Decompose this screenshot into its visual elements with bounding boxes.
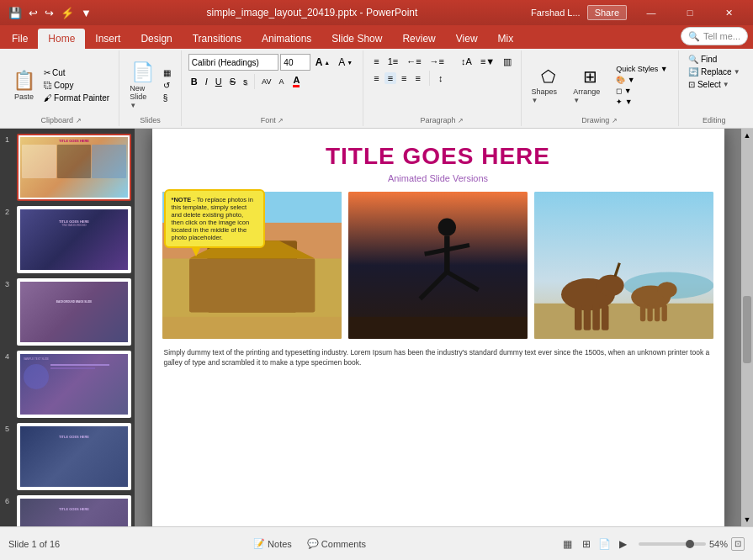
slide-image-2[interactable]	[348, 192, 528, 339]
font-name-field[interactable]: Calibri (Headings)	[188, 54, 279, 71]
slide-image-3[interactable]	[534, 192, 713, 339]
tab-design[interactable]: Design	[130, 29, 182, 49]
undo-button[interactable]: ↩	[27, 6, 40, 20]
shapes-button[interactable]: ⬠ Shapes ▼	[528, 65, 569, 106]
tell-me-input[interactable]: 🔍 Tell me...	[681, 27, 748, 45]
save-button[interactable]: 💾	[7, 6, 24, 20]
status-left: Slide 1 of 16	[8, 539, 60, 549]
new-slide-button[interactable]: 📄 NewSlide ▼	[126, 60, 158, 111]
thumb-img-1a	[22, 145, 56, 178]
slide-thumb-4[interactable]: SAMPLE TEXT SLIDE	[17, 351, 131, 418]
shape-fill-button[interactable]: 🎨 ▼	[612, 75, 638, 85]
align-text-button[interactable]: ≡▼	[477, 55, 498, 67]
share-button[interactable]: Share	[587, 5, 627, 20]
font-color-button[interactable]: A	[289, 75, 304, 88]
svg-rect-7	[348, 192, 528, 339]
font-size-field[interactable]: 40	[280, 54, 310, 71]
decrease-indent-button[interactable]: ←≡	[403, 55, 424, 67]
paste-button[interactable]: 📋 Paste	[9, 68, 39, 103]
layout-button[interactable]: ▦	[160, 67, 174, 78]
scroll-down-arrow[interactable]: ▼	[741, 513, 753, 526]
tell-me-label: Tell me...	[703, 31, 740, 41]
tab-insert[interactable]: Insert	[85, 29, 130, 49]
quick-access-toolbar: 💾 ↩ ↪ ⚡ ▼	[7, 6, 93, 20]
slide-subtitle[interactable]: Animated Slide Versions	[152, 173, 724, 183]
bullets-button[interactable]: ≡	[370, 55, 382, 67]
slide-panel-item-2: ★ 2 TITLE GOES HERE TWO BACKGROUND	[17, 206, 131, 273]
scroll-up-arrow[interactable]: ▲	[741, 129, 753, 142]
comments-icon: 💬	[307, 538, 319, 549]
bold-button[interactable]: B	[188, 76, 200, 87]
qat-dropdown-button[interactable]: ▼	[79, 6, 93, 20]
strikethrough-button[interactable]: S	[227, 76, 238, 87]
minimize-button[interactable]: —	[634, 4, 669, 21]
slide-title[interactable]: TITLE GOES HERE	[152, 129, 724, 173]
columns-button[interactable]: ▥	[500, 55, 515, 68]
tab-transitions[interactable]: Transitions	[183, 29, 252, 49]
increase-indent-button[interactable]: →≡	[427, 55, 448, 67]
slide-thumb-5[interactable]: TITLE GOES HERE	[17, 423, 131, 490]
cut-button[interactable]: ✂ Cut	[40, 67, 113, 78]
quick-styles-button[interactable]: Quick Styles ▼	[612, 64, 671, 74]
scroll-thumb-v[interactable]	[743, 296, 751, 363]
tab-review[interactable]: Review	[392, 29, 445, 49]
tab-view[interactable]: View	[446, 29, 488, 49]
italic-button[interactable]: I	[203, 76, 210, 87]
quick-action-button[interactable]: ⚡	[59, 6, 76, 20]
zoom-slider[interactable]	[639, 542, 706, 546]
justify-button[interactable]: ≡	[411, 72, 423, 84]
tab-slideshow[interactable]: Slide Show	[321, 29, 392, 49]
underline-button[interactable]: U	[213, 76, 225, 87]
format-painter-button[interactable]: 🖌 Format Painter	[40, 92, 113, 103]
slide-sorter-button[interactable]: ⊞	[578, 536, 595, 552]
slide-thumb-2[interactable]: TITLE GOES HERE TWO BACKGROUND	[17, 206, 131, 273]
viewport-scrollbar[interactable]: ▲ ▼	[741, 129, 753, 526]
arrange-button[interactable]: ⊞ Arrange ▼	[570, 65, 611, 106]
user-account[interactable]: Farshad L...	[531, 8, 581, 18]
notes-button[interactable]: 📝 Notes	[248, 536, 297, 551]
section-button[interactable]: §	[160, 92, 174, 103]
tab-home[interactable]: Home	[38, 29, 85, 49]
center-button[interactable]: ≡	[384, 72, 396, 84]
redo-button[interactable]: ↪	[43, 6, 56, 20]
replace-button[interactable]: 🔄 Replace ▼	[685, 66, 743, 77]
svg-rect-28	[662, 304, 667, 320]
slide-thumb-6[interactable]: TITLE GOES HERE	[17, 495, 131, 526]
align-right-button[interactable]: ≡	[398, 72, 410, 84]
slide-thumb-1[interactable]: TITLE GOES HERE	[17, 134, 131, 201]
slide-panel-item-3: ★ 3 BACKGROUND IMAGE SLIDE	[17, 278, 131, 346]
increase-font-button[interactable]: A▲	[312, 55, 334, 69]
tab-mix[interactable]: Mix	[488, 29, 524, 49]
numbering-button[interactable]: 1≡	[384, 55, 402, 67]
copy-button[interactable]: ⿻ Copy	[40, 80, 113, 91]
tab-file[interactable]: File	[2, 29, 38, 49]
thumb-img-1b	[57, 145, 92, 178]
comments-button[interactable]: 💬 Comments	[302, 536, 371, 551]
fit-to-window-button[interactable]: ⊡	[731, 537, 745, 551]
tab-animations[interactable]: Animations	[252, 29, 321, 49]
reset-button[interactable]: ↺	[160, 80, 174, 91]
find-button[interactable]: 🔍 Find	[685, 54, 743, 65]
slide-num-2: 2	[5, 208, 9, 216]
slide-thumb-3[interactable]: BACKGROUND IMAGE SLIDE	[17, 278, 131, 346]
decrease-font-button[interactable]: A▼	[335, 55, 356, 69]
reading-view-button[interactable]: 📄	[597, 536, 613, 552]
svg-rect-13	[348, 316, 528, 338]
maximize-button[interactable]: □	[672, 4, 708, 21]
drawing-group: ⬠ Shapes ▼ ⊞ Arrange ▼ Quick Styles ▼ 🎨 …	[522, 50, 679, 126]
normal-view-button[interactable]: ▦	[559, 536, 576, 552]
clear-format-button[interactable]: A	[276, 77, 286, 87]
slideshow-button[interactable]: ▶	[615, 536, 632, 552]
align-left-button[interactable]: ≡	[370, 72, 382, 84]
line-spacing-button[interactable]: ↕	[435, 72, 447, 84]
shape-effects-button[interactable]: ✦ ▼	[612, 97, 635, 107]
arrange-icon: ⊞	[583, 66, 597, 87]
text-direction-button[interactable]: ↕A	[458, 55, 475, 67]
close-button[interactable]: ✕	[711, 4, 746, 21]
ribbon-toolbar: 📋 Paste ✂ Cut ⿻ Copy 🖌 Format Painter Cl…	[0, 49, 753, 129]
shadow-button[interactable]: s	[241, 77, 250, 87]
char-spacing-button[interactable]: AV	[259, 77, 273, 87]
slide-canvas[interactable]: *NOTE - To replace photos in this templa…	[152, 129, 724, 526]
select-button[interactable]: ⊡ Select ▼	[685, 79, 743, 90]
shape-outline-button[interactable]: ◻ ▼	[612, 86, 634, 96]
